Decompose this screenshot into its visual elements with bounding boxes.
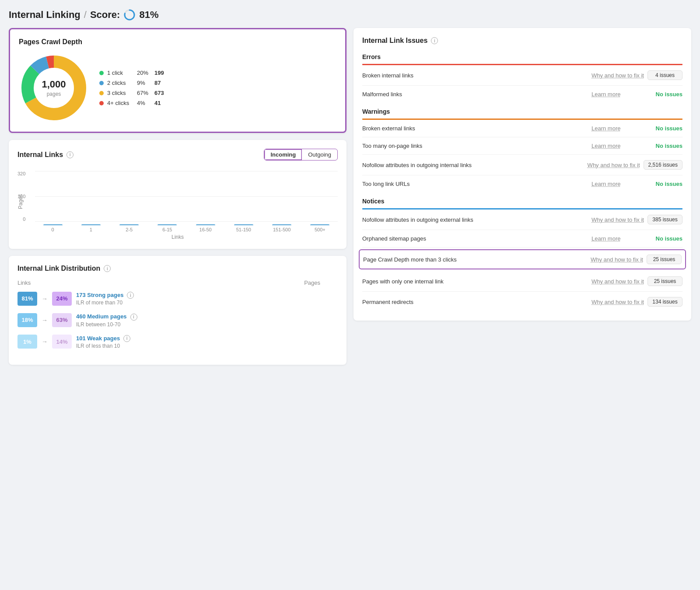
- bar: [158, 224, 177, 225]
- legend-count: 199: [154, 70, 164, 76]
- distribution-title: Internal Link Distribution: [18, 265, 100, 272]
- issue-action-link[interactable]: Learn more: [592, 143, 644, 149]
- dist-desc: ILR between 10-70: [76, 321, 338, 328]
- bar-label: 151-500: [273, 227, 290, 232]
- distribution-header: Links Pages: [18, 279, 338, 286]
- issue-action-link[interactable]: Why and how to fix it: [592, 72, 644, 79]
- issue-name: Broken internal links: [362, 72, 588, 79]
- toggle-buttons[interactable]: Incoming Outgoing: [264, 149, 338, 161]
- distribution-card: Internal Link Distribution i Links Pages…: [9, 256, 346, 365]
- dist-pages-bar: 14%: [52, 335, 72, 349]
- bar-label: 2-5: [126, 227, 133, 232]
- issue-badge: 4 issues: [648, 70, 682, 80]
- legend-item: 1 click 20% 199: [99, 70, 164, 76]
- right-column: Internal Link Issues i Errors Broken int…: [354, 28, 691, 321]
- legend-count: 673: [154, 90, 164, 96]
- score-label: Score:: [90, 9, 120, 21]
- distribution-row: 1% → 14% 101 Weak pages i ILR of less th…: [18, 335, 338, 349]
- dist-links-bar: 1%: [18, 335, 37, 349]
- issue-name: Too long link URLs: [362, 181, 588, 187]
- bar-group: 1: [73, 224, 108, 232]
- dist-info: 460 Medium pages i ILR between 10-70: [76, 313, 338, 327]
- outgoing-button[interactable]: Outgoing: [302, 149, 337, 160]
- issue-name: Page Crawl Depth more than 3 clicks: [363, 256, 587, 263]
- distribution-info-icon[interactable]: i: [104, 265, 111, 272]
- issue-no-issues: No issues: [648, 125, 682, 132]
- issue-row: Pages with only one internal link Why an…: [362, 271, 682, 292]
- legend-pct: 4%: [137, 100, 151, 106]
- issues-info-icon[interactable]: i: [431, 37, 438, 44]
- dist-info-icon[interactable]: i: [127, 292, 134, 299]
- dist-link[interactable]: 460 Medium pages: [76, 313, 127, 320]
- dist-info-icon[interactable]: i: [130, 314, 137, 321]
- legend-label: 2 clicks: [107, 80, 133, 86]
- internal-links-title: Internal Links: [18, 151, 63, 159]
- donut-section: 1,000 pages 1 click 20% 199 2 clicks 9% …: [19, 53, 336, 123]
- dist-links-bar: 18%: [18, 313, 37, 327]
- bar-label: 16-50: [200, 227, 212, 232]
- issue-name: Malformed links: [362, 91, 588, 98]
- legend-item: 2 clicks 9% 87: [99, 80, 164, 86]
- dist-link[interactable]: 173 Strong pages: [76, 292, 123, 298]
- incoming-button[interactable]: Incoming: [264, 149, 302, 160]
- issue-row: Nofollow attributes in outgoing external…: [362, 209, 682, 230]
- dist-desc: ILR of more than 70: [76, 300, 338, 306]
- dist-info-icon[interactable]: i: [123, 335, 130, 342]
- bar-group: 51-150: [226, 224, 261, 232]
- dist-link[interactable]: 101 Weak pages: [76, 335, 120, 342]
- bar: [196, 224, 215, 225]
- bar-chart-bars: 0 1 2-5 6-15 16-50 51-150 151-500 500+: [35, 171, 338, 232]
- issue-action-link[interactable]: Why and how to fix it: [591, 256, 643, 263]
- issue-badge: 2,516 issues: [644, 160, 682, 170]
- bar-label: 51-150: [236, 227, 251, 232]
- issue-section-title: Errors: [362, 48, 682, 64]
- issue-action-link[interactable]: Learn more: [592, 235, 644, 242]
- dist-arrow-icon: →: [42, 295, 48, 302]
- legend-dot: [99, 81, 104, 85]
- legend-dot: [99, 91, 104, 95]
- issue-badge: 25 issues: [647, 255, 682, 264]
- issue-row: Nofollow attributes in outgoing internal…: [362, 155, 682, 175]
- issue-action-link[interactable]: Learn more: [592, 125, 644, 132]
- issue-action-link[interactable]: Learn more: [592, 91, 644, 98]
- dist-desc: ILR of less than 10: [76, 343, 338, 349]
- dist-arrow-icon: →: [42, 317, 48, 324]
- issue-badge: 25 issues: [648, 276, 682, 286]
- distribution-row: 18% → 63% 460 Medium pages i ILR between…: [18, 313, 338, 327]
- issues-card: Internal Link Issues i Errors Broken int…: [354, 28, 691, 321]
- bar-group: 16-50: [188, 224, 223, 232]
- legend-label: 1 click: [107, 70, 133, 76]
- issue-no-issues: No issues: [648, 91, 682, 98]
- bar-group: 6-15: [150, 224, 185, 232]
- donut-legend: 1 click 20% 199 2 clicks 9% 87 3 clicks …: [99, 70, 164, 106]
- issue-badge: 385 issues: [648, 215, 682, 224]
- legend-count: 41: [154, 100, 161, 106]
- distribution-rows: 81% → 24% 173 Strong pages i ILR of more…: [18, 291, 338, 349]
- pages-crawl-depth-card: Pages Crawl Depth 1,000 pages: [9, 28, 346, 133]
- issue-name: Permanent redirects: [362, 299, 588, 305]
- dist-info: 173 Strong pages i ILR of more than 70: [76, 291, 338, 306]
- internal-links-info-icon[interactable]: i: [66, 151, 74, 158]
- dist-col-pages-label: Pages: [169, 279, 338, 286]
- dist-links-bar: 81%: [18, 292, 37, 306]
- issue-section-title: Notices: [362, 192, 682, 208]
- issue-no-issues: No issues: [648, 143, 682, 149]
- donut-chart: 1,000 pages: [19, 53, 89, 123]
- issue-action-link[interactable]: Why and how to fix it: [588, 162, 640, 168]
- issues-section-warnings: Warnings Broken external links Learn mor…: [362, 103, 682, 192]
- bar: [119, 224, 139, 225]
- bar-group: 0: [35, 224, 70, 232]
- issue-action-link[interactable]: Learn more: [592, 181, 644, 187]
- y-tick-1: 320: [18, 171, 25, 176]
- dist-pages-bar: 63%: [52, 313, 72, 327]
- issue-action-link[interactable]: Why and how to fix it: [592, 278, 644, 285]
- bar: [310, 224, 329, 225]
- issue-row: Too many on-page links Learn more No iss…: [362, 137, 682, 155]
- donut-total: 1,000: [42, 79, 66, 90]
- bar-label: 1: [90, 227, 92, 232]
- issue-name: Nofollow attributes in outgoing external…: [362, 216, 588, 223]
- issue-name: Broken external links: [362, 125, 588, 132]
- issue-row: Malformed links Learn more No issues: [362, 86, 682, 103]
- issue-action-link[interactable]: Why and how to fix it: [592, 299, 644, 305]
- issue-action-link[interactable]: Why and how to fix it: [592, 216, 644, 223]
